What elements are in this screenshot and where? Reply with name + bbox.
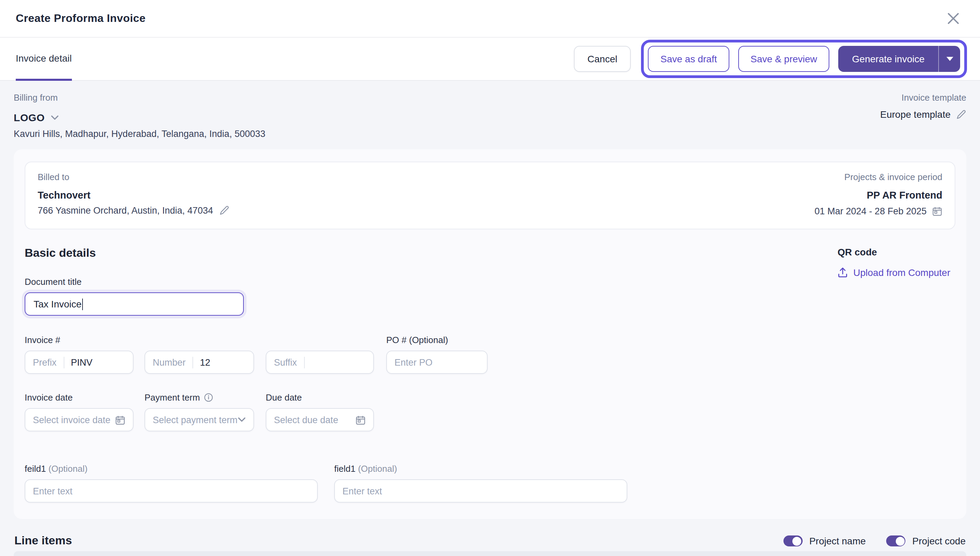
projects-invoice-period-block: Projects & invoice period PP AR Frontend… xyxy=(815,172,942,217)
text-caret xyxy=(82,298,83,310)
modal-header: Create Proforma Invoice xyxy=(0,0,980,38)
project-code-toggle[interactable] xyxy=(886,535,906,546)
basic-details-column: Basic details Document title Tax Invoice… xyxy=(25,247,627,503)
document-title-label: Document title xyxy=(25,276,627,287)
payment-term-label: Payment term xyxy=(144,392,254,402)
invoice-date-placeholder: Select invoice date xyxy=(33,415,111,425)
invoice-template-block: Invoice template Europe template xyxy=(880,92,966,139)
tab-invoice-detail[interactable]: Invoice detail xyxy=(16,38,71,81)
billing-from-label: Billing from xyxy=(14,92,265,103)
cancel-button[interactable]: Cancel xyxy=(574,46,631,72)
line-items-toggles: Project name Project code xyxy=(783,535,965,546)
calendar-icon[interactable] xyxy=(932,206,942,217)
billing-address: Kavuri Hills, Madhapur, Hyderabad, Telan… xyxy=(14,129,265,139)
qr-code-label: QR code xyxy=(838,247,955,257)
invoice-date-label: Invoice date xyxy=(25,392,134,402)
invoice-suffix-field[interactable]: Suffix xyxy=(266,351,374,374)
custom-field-labels: feild1 (Optional) field1 (Optional) xyxy=(25,464,627,474)
document-title-input[interactable]: Tax Invoice xyxy=(25,293,244,316)
custom-field-2-input[interactable]: Enter text xyxy=(334,479,627,503)
calendar-icon xyxy=(115,415,125,425)
invoice-number-label: Invoice # xyxy=(25,335,134,345)
tab-invoice-detail-label: Invoice detail xyxy=(16,53,71,64)
po-label: PO # (Optional) xyxy=(386,335,488,345)
invoice-form-content: Billing from LOGO Kavuri Hills, Madhapur… xyxy=(0,81,980,556)
billing-company-name: LOGO xyxy=(14,112,45,123)
date-labels: Invoice date Payment term Due date xyxy=(25,392,627,402)
payment-term-placeholder: Select payment term xyxy=(153,415,238,425)
invoice-template-label: Invoice template xyxy=(880,92,966,103)
custom-field-2-label: field1 (Optional) xyxy=(334,464,627,474)
invoice-details-container: Billed to Technovert 766 Yasmine Orchard… xyxy=(14,149,966,519)
due-date-placeholder: Select due date xyxy=(274,415,338,425)
invoice-number-field[interactable]: Number 12 xyxy=(144,351,254,374)
prefix-inner-label: Prefix xyxy=(33,357,57,367)
po-placeholder: Enter PO xyxy=(395,357,432,367)
page-title: Create Proforma Invoice xyxy=(16,12,146,25)
billed-to-name: Technovert xyxy=(38,190,230,200)
billed-to-address: 766 Yasmine Orchard, Austin, India, 4703… xyxy=(38,205,213,216)
generate-invoice-button[interactable]: Generate invoice xyxy=(838,46,938,72)
tab-action-bar: Invoice detail Cancel Save as draft Save… xyxy=(0,38,980,81)
chevron-down-icon xyxy=(946,57,953,61)
project-name: PP AR Frontend xyxy=(815,190,942,200)
basic-details-title: Basic details xyxy=(25,247,627,260)
header-actions: Cancel Save as draft Save & preview Gene… xyxy=(574,40,967,78)
number-inner-label: Number xyxy=(153,357,186,367)
billed-to-block: Billed to Technovert 766 Yasmine Orchard… xyxy=(38,172,230,217)
project-name-toggle-label: Project name xyxy=(809,535,866,546)
line-items-table-header-strip xyxy=(14,551,966,556)
generate-invoice-dropdown-button[interactable] xyxy=(939,46,960,72)
chevron-down-icon xyxy=(51,115,59,120)
qr-code-block: QR code Upload from Computer xyxy=(838,247,955,503)
chevron-down-icon xyxy=(238,417,246,422)
upload-from-computer-link[interactable]: Upload from Computer xyxy=(838,267,955,278)
create-proforma-invoice-modal: Create Proforma Invoice Invoice detail C… xyxy=(0,0,980,556)
due-date-picker[interactable]: Select due date xyxy=(266,408,374,432)
project-name-toggle[interactable] xyxy=(783,535,802,546)
po-input[interactable]: Enter PO xyxy=(386,351,488,374)
toggle-knob xyxy=(792,537,801,545)
info-icon[interactable] xyxy=(204,393,213,402)
line-items-header-row: Line items Project name Project code xyxy=(14,534,966,548)
upload-icon xyxy=(838,267,848,278)
payment-term-select[interactable]: Select payment term xyxy=(144,408,254,432)
field-divider xyxy=(192,356,193,368)
due-date-label: Due date xyxy=(266,392,374,402)
upload-link-label: Upload from Computer xyxy=(853,267,950,278)
billing-from-row: Billing from LOGO Kavuri Hills, Madhapur… xyxy=(14,81,966,139)
billed-to-card: Billed to Technovert 766 Yasmine Orchard… xyxy=(25,162,955,230)
calendar-icon xyxy=(356,415,366,425)
prefix-value: PINV xyxy=(71,357,92,367)
field-divider xyxy=(304,356,304,368)
custom-field-1-input[interactable]: Enter text xyxy=(25,479,318,503)
toggle-knob xyxy=(896,537,904,545)
close-icon xyxy=(946,11,961,26)
invoice-date-picker[interactable]: Select invoice date xyxy=(25,408,134,432)
document-title-value: Tax Invoice xyxy=(34,299,81,309)
line-items-title: Line items xyxy=(15,534,72,548)
billing-from-block: Billing from LOGO Kavuri Hills, Madhapur… xyxy=(14,92,265,139)
invoice-template-value: Europe template xyxy=(880,109,951,120)
save-as-draft-button[interactable]: Save as draft xyxy=(648,46,729,72)
basic-details-row: Basic details Document title Tax Invoice… xyxy=(25,247,955,503)
project-code-toggle-label: Project code xyxy=(912,535,965,546)
close-button[interactable] xyxy=(944,10,962,27)
billing-company-selector[interactable]: LOGO xyxy=(14,112,265,123)
invoice-prefix-field[interactable]: Prefix PINV xyxy=(25,351,134,374)
custom-field-1-label: feild1 (Optional) xyxy=(25,464,318,474)
invoice-period-dates: 01 Mar 2024 - 28 Feb 2025 xyxy=(815,206,927,217)
edit-template-icon[interactable] xyxy=(956,109,966,120)
suffix-inner-label: Suffix xyxy=(274,357,297,367)
save-and-preview-button[interactable]: Save & preview xyxy=(738,46,830,72)
billed-to-label: Billed to xyxy=(38,172,230,182)
primary-actions-highlight-group: Save as draft Save & preview Generate in… xyxy=(641,40,967,78)
custom-field-inputs: Enter text Enter text xyxy=(25,479,627,503)
field-divider xyxy=(63,356,64,368)
invoice-number-fields: Prefix PINV Number 12 Suffix xyxy=(25,351,627,374)
invoice-number-labels: Invoice # PO # (Optional) xyxy=(25,335,627,345)
number-value: 12 xyxy=(200,357,210,367)
edit-billed-to-icon[interactable] xyxy=(219,205,230,216)
projects-invoice-period-label: Projects & invoice period xyxy=(815,172,942,182)
project-code-toggle-group: Project code xyxy=(886,535,965,546)
